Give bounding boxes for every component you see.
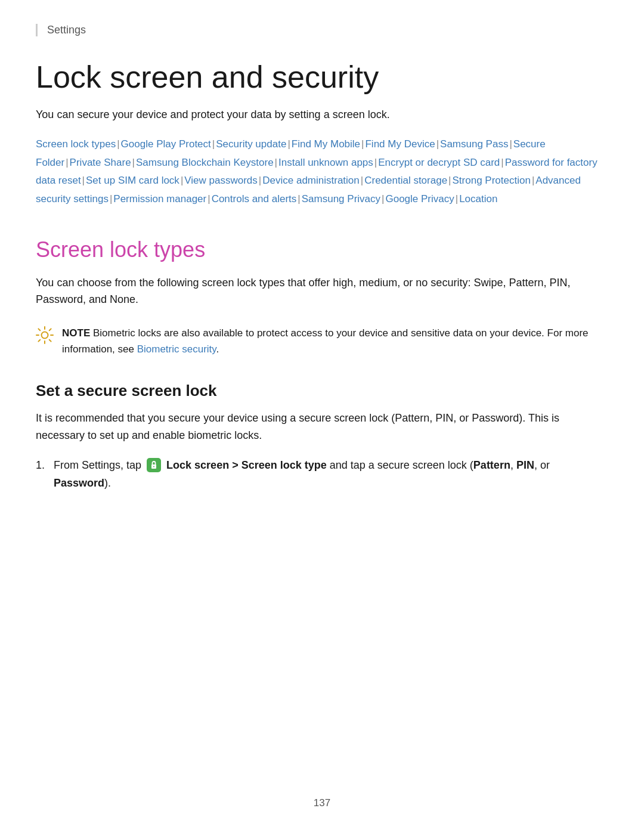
step-1: From Settings, tap Lock screen > Screen … (36, 457, 608, 492)
nav-link-samsung-privacy[interactable]: Samsung Privacy (302, 193, 380, 205)
nav-link-strong-protection[interactable]: Strong Protection (453, 175, 531, 186)
note-label: NOTE (62, 327, 90, 339)
nav-link-view-passwords[interactable]: View passwords (184, 175, 258, 186)
svg-line-6 (49, 329, 51, 331)
nav-link-install-unknown-apps[interactable]: Install unknown apps (278, 157, 373, 168)
nav-link-encrypt-sd[interactable]: Encrypt or decrypt SD card (378, 157, 500, 168)
section-screen-lock-body: You can choose from the following screen… (36, 274, 608, 309)
steps-list: From Settings, tap Lock screen > Screen … (36, 457, 608, 492)
step1-bold2: Pattern (473, 459, 510, 471)
intro-paragraph: You can secure your device and protect y… (36, 109, 608, 121)
svg-line-4 (38, 329, 40, 331)
breadcrumb: Settings (36, 24, 608, 36)
svg-line-7 (38, 340, 40, 342)
nav-link-device-administration[interactable]: Device administration (262, 175, 360, 186)
breadcrumb-text: Settings (47, 24, 86, 36)
nav-link-samsung-blockchain[interactable]: Samsung Blockchain Keystore (136, 157, 274, 168)
subsection-heading-secure-lock: Set a secure screen lock (36, 382, 608, 400)
nav-links-block: Screen lock types|Google Play Protect|Se… (36, 135, 608, 208)
note-biometric-link[interactable]: Biometric security (137, 343, 216, 355)
nav-link-find-my-device[interactable]: Find My Device (365, 138, 435, 150)
step1-comma1: , (510, 459, 516, 471)
svg-line-5 (49, 340, 51, 342)
note-content: NOTE Biometric locks are also available … (62, 325, 608, 357)
nav-link-google-play-protect[interactable]: Google Play Protect (121, 138, 211, 150)
nav-link-sim-card-lock[interactable]: Set up SIM card lock (86, 175, 179, 186)
nav-link-permission-manager[interactable]: Permission manager (113, 193, 206, 205)
step1-end: ). (104, 477, 111, 489)
subsection-secure-lock-body: It is recommended that you secure your d… (36, 410, 608, 445)
note-sun-icon (36, 326, 54, 344)
nav-link-controls-alerts[interactable]: Controls and alerts (212, 193, 297, 205)
note-end: . (216, 343, 219, 355)
svg-point-8 (42, 332, 48, 339)
svg-point-11 (153, 466, 154, 467)
page-title: Lock screen and security (36, 60, 608, 94)
nav-link-private-share[interactable]: Private Share (70, 157, 131, 168)
nav-link-security-update[interactable]: Security update (216, 138, 286, 150)
nav-link-location[interactable]: Location (459, 193, 497, 205)
step1-middle: and tap a secure screen lock ( (327, 459, 473, 471)
step1-bold1: Lock screen > Screen lock type (166, 459, 327, 471)
step1-bold3: PIN (516, 459, 534, 471)
step1-prefix: From Settings, tap (54, 459, 144, 471)
page-footer: 137 (0, 797, 644, 809)
nav-link-find-my-mobile[interactable]: Find My Mobile (292, 138, 360, 150)
section-heading-screen-lock-types: Screen lock types (36, 237, 608, 262)
lock-screen-settings-icon (147, 458, 161, 472)
nav-link-credential-storage[interactable]: Credential storage (364, 175, 447, 186)
nav-link-samsung-pass[interactable]: Samsung Pass (440, 138, 508, 150)
step1-comma2: , or (534, 459, 550, 471)
nav-link-google-privacy[interactable]: Google Privacy (385, 193, 454, 205)
nav-link-screen-lock-types[interactable]: Screen lock types (36, 138, 116, 150)
note-box: NOTE Biometric locks are also available … (36, 325, 608, 357)
page-number: 137 (314, 797, 330, 809)
step1-bold4: Password (54, 477, 104, 489)
